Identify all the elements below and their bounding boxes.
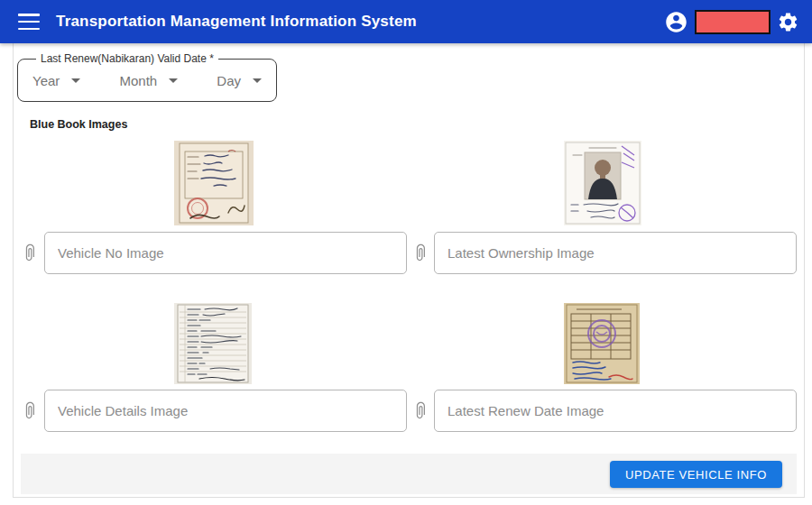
vehicle-details-image-input[interactable] (44, 390, 407, 432)
latest-renew-date-image-input[interactable] (434, 390, 797, 432)
month-select[interactable]: Month (119, 73, 178, 88)
day-select[interactable]: Day (217, 73, 262, 88)
attachment-icon (411, 240, 429, 265)
update-vehicle-info-button[interactable]: UPDATE VEHICLE INFO (610, 461, 782, 488)
attach-vehicle-details-button[interactable] (21, 398, 39, 423)
year-select[interactable]: Year (32, 73, 80, 88)
page: Transportation Management Information Sy… (0, 0, 812, 505)
gear-icon (777, 11, 799, 33)
date-fieldset: Last Renew(Nabikaran) Valid Date * Year … (17, 52, 277, 102)
day-select-value: Day (217, 73, 241, 88)
year-select-value: Year (32, 73, 60, 88)
vehicle-no-image-input[interactable] (44, 232, 407, 274)
app-title: Transportation Management Information Sy… (56, 13, 417, 31)
month-select-value: Month (119, 73, 157, 88)
content-card: Last Renew(Nabikaran) Valid Date * Year … (13, 43, 805, 498)
dropdown-arrow-icon (253, 78, 262, 83)
attach-latest-ownership-button[interactable] (411, 240, 429, 265)
account-button[interactable] (664, 10, 688, 34)
attachment-icon (21, 398, 39, 423)
app-header: Transportation Management Information Sy… (0, 0, 812, 43)
attach-latest-renew-date-button[interactable] (411, 398, 429, 423)
redacted-username (695, 10, 770, 34)
dropdown-arrow-icon (169, 78, 178, 83)
latest-ownership-thumbnail (564, 141, 641, 225)
vehicle-details-thumbnail (174, 303, 252, 384)
settings-button[interactable] (777, 11, 799, 33)
attachment-icon (411, 398, 429, 423)
section-label-blue-book-images: Blue Book Images (30, 118, 127, 131)
vehicle-no-thumbnail (174, 141, 254, 225)
latest-renew-date-thumbnail (564, 303, 640, 384)
account-circle-icon (664, 10, 688, 34)
footer-bar: UPDATE VEHICLE INFO (21, 454, 797, 494)
attach-vehicle-no-button[interactable] (21, 240, 39, 265)
attachment-icon (21, 240, 39, 265)
menu-button[interactable] (18, 14, 40, 30)
date-fieldset-legend: Last Renew(Nabikaran) Valid Date * (36, 52, 218, 65)
menu-icon (18, 14, 40, 16)
dropdown-arrow-icon (71, 78, 80, 83)
latest-ownership-image-input[interactable] (434, 232, 797, 274)
